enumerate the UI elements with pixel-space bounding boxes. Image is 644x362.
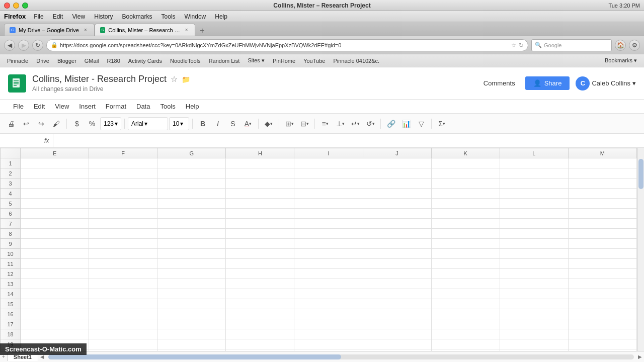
table-cell[interactable] [294,329,363,339]
table-cell[interactable] [500,259,568,269]
table-cell[interactable] [294,269,363,279]
table-cell[interactable] [568,339,636,349]
table-cell[interactable] [226,319,294,329]
table-cell[interactable] [568,299,636,309]
table-cell[interactable] [21,259,89,269]
search-bar[interactable]: 🔍 Google [531,39,612,51]
table-cell[interactable] [431,229,500,239]
row-header-5[interactable]: 5 [1,199,21,209]
address-bar[interactable]: 🔒 https://docs.google.com/spreadsheet/cc… [46,39,528,51]
table-cell[interactable] [431,299,500,309]
col-header-e[interactable]: E [21,148,89,158]
sheets-menu-edit[interactable]: Edit [29,101,50,112]
table-cell[interactable] [431,189,500,199]
toolbar-undo[interactable]: ↩ [19,117,33,131]
table-cell[interactable] [157,289,226,299]
table-cell[interactable] [431,259,500,269]
table-cell[interactable] [89,158,157,168]
sheets-menu-data[interactable]: Data [131,101,155,112]
toolbar-rotate[interactable]: ↺▾ [363,117,377,131]
table-cell[interactable] [431,249,500,259]
toolbar-paintformat[interactable]: 🖌 [49,117,63,131]
share-button[interactable]: 👤 Share [525,76,570,90]
table-cell[interactable] [431,239,500,249]
table-cell[interactable] [500,219,568,229]
table-cell[interactable] [500,289,568,299]
back-button[interactable]: ◀ [4,40,15,51]
table-cell[interactable] [89,329,157,339]
table-cell[interactable] [89,349,157,351]
toolbar-print[interactable]: 🖨 [4,117,18,131]
table-cell[interactable] [89,309,157,319]
col-header-h[interactable]: H [226,148,294,158]
table-cell[interactable] [21,309,89,319]
table-cell[interactable] [226,199,294,209]
table-cell[interactable] [157,259,226,269]
browser-tab-2[interactable]: S Collins, Mister – Research Project × [95,24,195,36]
table-cell[interactable] [431,199,500,209]
col-header-i[interactable]: I [294,148,363,158]
table-cell[interactable] [157,229,226,239]
toolbar-valign[interactable]: ⊥▾ [333,117,347,131]
col-header-l[interactable]: L [500,148,568,158]
table-cell[interactable] [89,209,157,219]
toolbar-halign[interactable]: ≡▾ [318,117,332,131]
table-cell[interactable] [157,158,226,168]
table-cell[interactable] [157,309,226,319]
toolbar-chart[interactable]: 📊 [399,117,413,131]
table-cell[interactable] [21,219,89,229]
bm-noodletools[interactable]: NoodleTools [167,57,204,65]
table-cell[interactable] [89,299,157,309]
table-cell[interactable] [157,239,226,249]
table-cell[interactable] [21,289,89,299]
menu-edit[interactable]: Edit [49,12,67,21]
col-header-g[interactable]: G [157,148,226,158]
bm-gmail[interactable]: GMail [82,57,102,65]
table-cell[interactable] [294,189,363,199]
bm-r180[interactable]: R180 [104,57,123,65]
table-cell[interactable] [500,299,568,309]
new-tab-button[interactable]: + [197,26,207,36]
table-cell[interactable] [568,289,636,299]
table-cell[interactable] [21,199,89,209]
table-cell[interactable] [89,189,157,199]
scroll-right[interactable]: ▶ [636,354,644,359]
table-cell[interactable] [363,239,431,249]
home-button[interactable]: 🏠 [615,40,626,51]
toolbar-wrap[interactable]: ↵▾ [348,117,362,131]
table-cell[interactable] [294,168,363,178]
table-cell[interactable] [226,178,294,189]
toolbar-borders[interactable]: ⊞▾ [282,117,296,131]
table-cell[interactable] [226,299,294,309]
table-cell[interactable] [568,189,636,199]
bm-blogger[interactable]: Blogger [54,57,79,65]
table-cell[interactable] [363,309,431,319]
menu-history[interactable]: History [90,12,117,21]
table-cell[interactable] [89,178,157,189]
table-cell[interactable] [500,229,568,239]
bm-random-list[interactable]: Random List [206,57,243,65]
col-header-k[interactable]: K [431,148,500,158]
menu-view[interactable]: View [68,12,89,21]
table-cell[interactable] [431,309,500,319]
table-cell[interactable] [431,168,500,178]
bm-pinnacle2[interactable]: Pinnacle 04102&c. [330,57,382,65]
table-cell[interactable] [21,239,89,249]
table-cell[interactable] [21,189,89,199]
extensions-button[interactable]: ⚙ [629,40,640,51]
table-cell[interactable] [431,209,500,219]
vertical-scroll-thumb[interactable] [638,159,643,189]
table-cell[interactable] [294,289,363,299]
toolbar-filter[interactable]: ▽ [414,117,428,131]
bm-activity-cards[interactable]: Activity Cards [125,57,165,65]
row-header-14[interactable]: 14 [1,289,21,299]
row-header-10[interactable]: 10 [1,249,21,259]
row-header-6[interactable]: 6 [1,209,21,219]
user-menu[interactable]: C Caleb Collins ▾ [576,76,636,90]
table-cell[interactable] [157,249,226,259]
table-cell[interactable] [568,319,636,329]
toolbar-currency[interactable]: $ [70,117,84,131]
row-header-13[interactable]: 13 [1,279,21,289]
table-cell[interactable] [294,219,363,229]
toolbar-bold[interactable]: B [196,117,210,131]
